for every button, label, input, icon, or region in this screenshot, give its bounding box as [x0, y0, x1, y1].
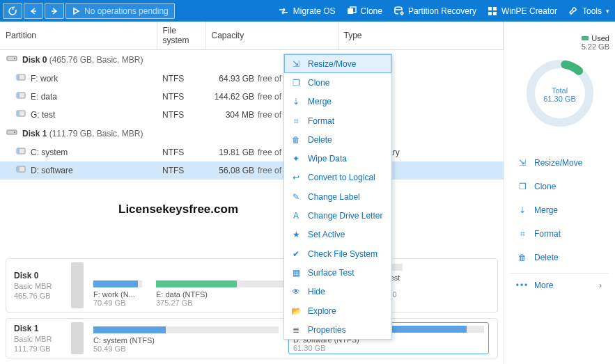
col-fs[interactable]: File system — [157, 22, 205, 50]
context-item-resize-move[interactable]: ⇲Resize/Move — [284, 54, 391, 73]
redo-button[interactable] — [45, 3, 64, 19]
freeof-text: free of — [254, 92, 285, 102]
undo-button[interactable] — [24, 3, 43, 19]
partition-icon — [15, 165, 26, 173]
col-partition[interactable]: Partition — [0, 22, 157, 50]
action-icon: ⌗ — [517, 229, 527, 239]
svg-rect-6 — [493, 12, 497, 15]
partition-row[interactable]: G: test NTFS 304 MBfree of20.0 — [0, 106, 504, 124]
context-item-label: Merge — [308, 97, 332, 106]
recovery-label: Partition Recovery — [408, 6, 476, 16]
svg-point-2 — [395, 7, 402, 10]
reload-button[interactable] — [3, 3, 22, 19]
partition-segment[interactable]: F: work (N... 70.49 GB — [89, 262, 146, 308]
partition-fs: NTFS — [157, 70, 205, 88]
context-item-convert-to-logical[interactable]: ↩Convert to Logical — [284, 168, 391, 187]
winpe-label: WinPE Creator — [501, 6, 557, 16]
clone-link[interactable]: Clone — [347, 6, 382, 16]
winpe-creator-link[interactable]: WinPE Creator — [488, 6, 557, 16]
partition-context-menu: ⇲Resize/Move❐Clone⇣Merge⌗Format🗑Delete✦W… — [283, 54, 392, 340]
context-item-label: Delete — [308, 135, 332, 145]
context-item-format[interactable]: ⌗Format — [284, 111, 391, 130]
context-item-icon: 🗑 — [291, 135, 301, 145]
action-icon: ❐ — [517, 182, 527, 191]
usage-donut: Total 61.30 GB — [522, 55, 598, 134]
context-item-wipe-data[interactable]: ✦Wipe Data — [284, 149, 391, 168]
disk-name: Disk 1 — [22, 129, 47, 139]
partition-segment[interactable]: C: system (NTFS) 50.49 GB — [89, 322, 283, 354]
partition-icon — [15, 73, 26, 81]
context-item-hide[interactable]: 👁Hide — [284, 283, 391, 301]
action-more[interactable]: •••More› — [510, 273, 609, 295]
partition-icon — [15, 147, 26, 155]
context-item-set-active[interactable]: ★Set Active — [284, 225, 391, 244]
context-item-label: Set Active — [308, 230, 345, 239]
donut-total-value: 61.30 GB — [543, 95, 575, 103]
context-item-surface-test[interactable]: ▦Surface Test — [284, 263, 391, 282]
action-resize-move[interactable]: ⇲Resize/Move — [510, 153, 609, 173]
tools-link[interactable]: Tools ▾ — [568, 6, 609, 16]
partition-used: 64.93 GB — [211, 74, 254, 84]
context-item-icon: 📂 — [291, 306, 301, 316]
partition-row[interactable]: E: data NTFS 144.62 GBfree of375. — [0, 88, 504, 106]
context-item-icon: ✦ — [291, 154, 301, 164]
svg-rect-4 — [493, 7, 497, 10]
disk-meta: (465.76 GB, Basic, MBR) — [49, 55, 143, 65]
action-label: Merge — [534, 205, 558, 215]
disk-row[interactable]: Disk 1 (111.79 GB, Basic, MBR) — [0, 124, 504, 143]
context-item-explore[interactable]: 📂Explore — [284, 301, 391, 320]
context-item-label: Convert to Logical — [308, 173, 375, 182]
context-item-label: Explore — [308, 306, 336, 316]
disk-bar[interactable]: Disk 1Basic MBR111.79 GB C: system (NTFS… — [6, 318, 498, 358]
partition-fs: NTFS — [157, 106, 205, 124]
disk-icon — [6, 128, 18, 136]
freeof-text: free of — [254, 166, 285, 175]
svg-rect-14 — [17, 111, 20, 116]
partition-row[interactable]: C: system NTFS 19.81 GBfree of50.4 Activ… — [0, 143, 504, 161]
partition-label: D: software — [31, 166, 73, 175]
partition-row[interactable]: F: work NTFS 64.93 GBfree of70.4 — [0, 70, 504, 88]
context-item-label: Clone — [308, 78, 329, 88]
disk-meta: (111.79 GB, Basic, MBR) — [49, 129, 143, 139]
disk-bar-name: Disk 1 — [14, 324, 61, 333]
context-item-icon: ▦ — [291, 268, 301, 278]
segment-size: 50.49 GB — [93, 345, 279, 353]
action-format[interactable]: ⌗Format — [510, 224, 609, 244]
more-icon: ••• — [517, 280, 527, 290]
disk-bar[interactable]: Disk 0Basic MBR465.76 GB F: work (N... 7… — [6, 258, 498, 312]
segment-size: 70.49 GB — [93, 299, 142, 307]
context-item-change-label[interactable]: ✎Change Label — [284, 187, 391, 206]
partition-label: F: work — [31, 74, 58, 84]
context-item-icon: 👁 — [291, 287, 301, 296]
operations-status-text: No operations pending — [84, 6, 169, 16]
migrate-os-link[interactable]: Migrate OS — [278, 6, 336, 16]
partition-row[interactable]: D: software NTFS 56.08 GBfree of61.3 — [0, 161, 504, 180]
action-icon: ⇲ — [517, 158, 527, 168]
partition-fs: NTFS — [157, 161, 205, 180]
app-toolbar: No operations pending Migrate OS Clone P… — [0, 0, 615, 22]
partition-recovery-link[interactable]: Partition Recovery — [394, 6, 476, 16]
context-item-check-file-system[interactable]: ✔Check File System — [284, 244, 391, 263]
context-item-merge[interactable]: ⇣Merge — [284, 93, 391, 111]
context-item-clone[interactable]: ❐Clone — [284, 73, 391, 92]
action-merge[interactable]: ⇣Merge — [510, 200, 609, 220]
context-item-icon: ❐ — [291, 78, 301, 88]
chevron-down-icon: ▾ — [606, 8, 609, 15]
partition-used: 19.81 GB — [211, 148, 254, 157]
partition-label: C: system — [31, 148, 68, 157]
context-item-properties[interactable]: ≣Properties — [284, 320, 391, 339]
context-item-label: Check File System — [308, 249, 377, 259]
col-type[interactable]: Type — [338, 22, 504, 50]
col-capacity[interactable]: Capacity — [205, 22, 338, 50]
svg-point-8 — [14, 58, 15, 59]
svg-rect-18 — [17, 148, 20, 154]
disk-bar-sub2: 465.76 GB — [14, 292, 61, 300]
disk-row[interactable]: Disk 0 (465.76 GB, Basic, MBR) — [0, 50, 504, 70]
context-item-change-drive-letter[interactable]: AChange Drive Letter — [284, 206, 391, 225]
svg-rect-10 — [17, 74, 20, 80]
context-item-delete[interactable]: 🗑Delete — [284, 130, 391, 149]
partition-table: Partition File system Capacity Type Disk… — [0, 22, 504, 180]
action-delete[interactable]: 🗑Delete — [510, 248, 609, 267]
action-clone[interactable]: ❐Clone — [510, 177, 609, 196]
context-item-icon: ✎ — [291, 192, 301, 202]
